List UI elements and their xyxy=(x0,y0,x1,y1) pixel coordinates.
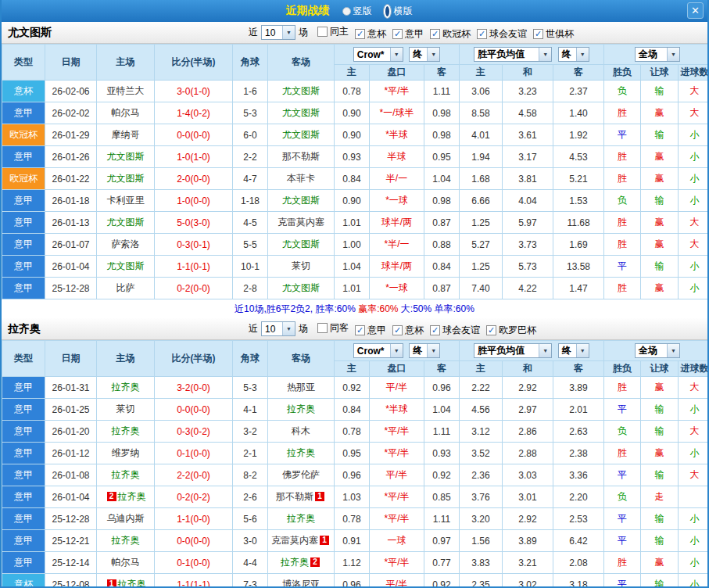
radio-icon[interactable] xyxy=(342,7,351,16)
scope-select[interactable]: 全场▼ xyxy=(635,47,680,62)
match-date: 26-01-20 xyxy=(45,421,97,443)
team-name[interactable]: 萨索洛 xyxy=(112,238,140,249)
score-cell: 0-2(0-0) xyxy=(155,278,233,299)
league-filter-同主[interactable]: 同主 xyxy=(317,25,349,38)
handicap-result-cell: 输 xyxy=(641,190,679,212)
team-name[interactable]: 尤文图斯 xyxy=(282,129,320,140)
checkbox-icon[interactable]: ✓ xyxy=(355,29,365,39)
odds-source-select[interactable]: Crow*▼ xyxy=(353,47,403,62)
avg-type-select[interactable]: 胜平负均值▼ xyxy=(474,47,552,62)
team-name[interactable]: 帕尔马 xyxy=(112,107,140,118)
avg-type-select[interactable]: 胜平负均值▼ xyxy=(474,343,552,358)
team-name[interactable]: 拉齐奥 xyxy=(281,557,309,568)
checkbox-icon[interactable]: ✓ xyxy=(430,325,440,335)
goals-result-cell xyxy=(679,486,709,508)
match-row: 意甲26-01-07萨索洛0-3(0-1)5-5尤文图斯1.00*半/一0.88… xyxy=(2,234,709,256)
scope-controls: 全场▼ xyxy=(604,45,709,65)
checkbox-icon[interactable] xyxy=(317,323,328,333)
team-name[interactable]: 拉齐奥 xyxy=(118,579,146,588)
team-name[interactable]: 拉齐奥 xyxy=(112,469,140,480)
team-name[interactable]: 帕尔马 xyxy=(112,557,140,568)
league-filter-意杯[interactable]: ✓意杯 xyxy=(355,27,386,41)
close-icon[interactable]: ✕ xyxy=(687,2,704,19)
team-name[interactable]: 尤文图斯 xyxy=(282,238,320,249)
odds-stage-select[interactable]: 终▼ xyxy=(409,343,440,358)
team-name[interactable]: 维罗纳 xyxy=(112,447,140,458)
team-name[interactable]: 尤文图斯 xyxy=(107,260,145,271)
score-cell: 3-2(0-0) xyxy=(155,377,233,399)
checkbox-icon[interactable]: ✓ xyxy=(477,29,487,39)
team-name[interactable]: 莱切 xyxy=(292,260,310,271)
col-avg-draw: 和 xyxy=(503,361,553,377)
match-row: 意甲25-12-28乌迪内斯1-1(0-0)5-6拉齐奥0.78*平/半1.11… xyxy=(2,508,709,530)
team-name[interactable]: 拉齐奥 xyxy=(287,513,315,524)
select-value: 胜平负均值 xyxy=(478,344,525,357)
avg-home-odds: 3.06 xyxy=(460,81,503,102)
away-team-cell: 科木 xyxy=(268,421,335,443)
avg-draw-odds: 4.22 xyxy=(503,278,553,299)
team-name[interactable]: 克雷莫内塞 xyxy=(271,535,318,546)
team-name[interactable]: 莱切 xyxy=(116,403,135,414)
red-card-badge: 2 xyxy=(310,558,320,567)
team-name[interactable]: 亚特兰大 xyxy=(107,85,145,96)
radio-horizontal-layout[interactable]: 横版 xyxy=(383,4,413,19)
radio-selected-icon[interactable] xyxy=(383,4,392,19)
checkbox-icon[interactable]: ✓ xyxy=(355,325,365,335)
match-date: 25-12-28 xyxy=(45,508,97,530)
league-filter-意杯[interactable]: ✓意杯 xyxy=(392,324,424,337)
team-name[interactable]: 佛罗伦萨 xyxy=(282,469,320,480)
team-name[interactable]: 那不勒斯 xyxy=(276,491,313,502)
team-name[interactable]: 拉齐奥 xyxy=(112,425,140,436)
avg-stage-select[interactable]: 终▼ xyxy=(558,343,589,358)
team-name[interactable]: 卡利亚里 xyxy=(107,195,145,206)
team-name[interactable]: 尤文图斯 xyxy=(282,195,320,206)
checkbox-icon[interactable]: ✓ xyxy=(392,325,403,335)
team-name[interactable]: 尤文图斯 xyxy=(282,107,320,118)
goals-result-cell: 小 xyxy=(679,278,709,299)
team-name[interactable]: 拉齐奥 xyxy=(287,403,315,414)
team-name[interactable]: 本菲卡 xyxy=(287,173,315,184)
radio-vertical-layout[interactable]: 竖版 xyxy=(342,5,372,18)
team-name[interactable]: 尤文图斯 xyxy=(282,282,320,293)
avg-stage-select[interactable]: 终▼ xyxy=(558,47,589,62)
league-filter-意甲[interactable]: ✓意甲 xyxy=(355,324,386,337)
match-date: 26-01-08 xyxy=(45,464,97,486)
match-count-select[interactable]: 10▼ xyxy=(261,25,295,40)
result-cell: 胜 xyxy=(604,146,641,168)
team-name[interactable]: 拉齐奥 xyxy=(118,491,146,502)
team-name[interactable]: 尤文图斯 xyxy=(107,151,145,162)
team-name[interactable]: 热那亚 xyxy=(287,382,315,393)
team-name[interactable]: 科木 xyxy=(292,425,310,436)
scope-select[interactable]: 全场▼ xyxy=(635,343,680,358)
team-name[interactable]: 博洛尼亚 xyxy=(282,579,320,588)
team-name[interactable]: 拉齐奥 xyxy=(112,382,140,393)
team-name[interactable]: 尤文图斯 xyxy=(282,85,320,96)
checkbox-icon[interactable] xyxy=(317,27,328,37)
league-filter-欧冠杯[interactable]: ✓欧冠杯 xyxy=(430,27,471,41)
team-name[interactable]: 摩纳哥 xyxy=(112,129,140,140)
league-filter-世俱杯[interactable]: ✓世俱杯 xyxy=(533,27,574,41)
team-name[interactable]: 克雷莫内塞 xyxy=(278,217,324,228)
team-name[interactable]: 尤文图斯 xyxy=(107,173,145,184)
checkbox-icon[interactable]: ✓ xyxy=(430,29,440,39)
checkbox-icon[interactable]: ✓ xyxy=(486,325,496,335)
checkbox-icon[interactable]: ✓ xyxy=(392,29,403,39)
score-cell: 0-0(0-0) xyxy=(155,530,233,552)
odds-stage-select[interactable]: 终▼ xyxy=(409,47,440,62)
league-filter-同客[interactable]: 同客 xyxy=(317,321,349,335)
team-name[interactable]: 比萨 xyxy=(116,282,135,293)
team-name[interactable]: 尤文图斯 xyxy=(107,217,145,228)
league-filter-欧罗巴杯[interactable]: ✓欧罗巴杯 xyxy=(486,324,536,337)
match-count-select[interactable]: 10▼ xyxy=(261,321,295,336)
league-filter-球会友谊[interactable]: ✓球会友谊 xyxy=(430,324,480,337)
team-name[interactable]: 乌迪内斯 xyxy=(107,513,145,524)
league-filter-球会友谊[interactable]: ✓球会友谊 xyxy=(477,27,527,41)
away-team-cell: 莱切 xyxy=(268,256,335,278)
team-name[interactable]: 那不勒斯 xyxy=(282,151,320,162)
team-name[interactable]: 拉齐奥 xyxy=(287,447,315,458)
checkbox-icon[interactable]: ✓ xyxy=(533,29,543,39)
league-filter-意甲[interactable]: ✓意甲 xyxy=(392,27,424,41)
team-name[interactable]: 拉齐奥 xyxy=(112,535,140,546)
odds-source-select[interactable]: Crow*▼ xyxy=(353,343,403,358)
avg-home-odds: 1.68 xyxy=(460,168,503,190)
